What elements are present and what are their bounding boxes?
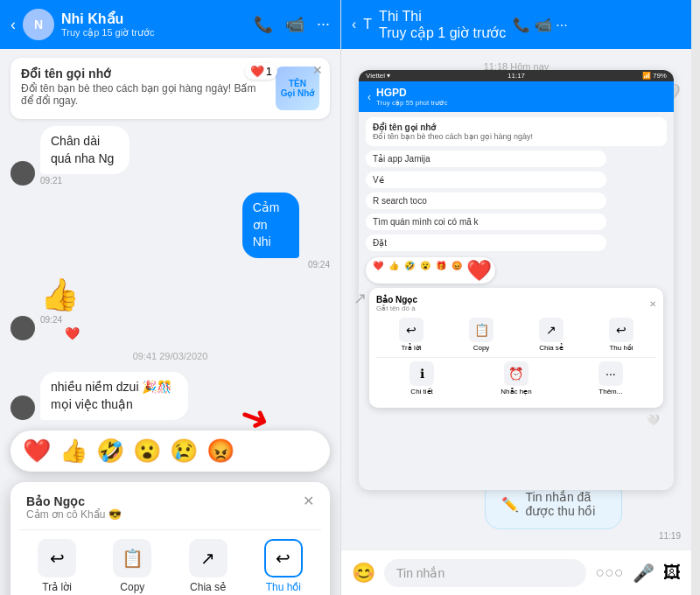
inner-detail-icon: ℹ xyxy=(410,361,434,386)
reply-action[interactable]: ↩ Trả lời xyxy=(29,539,85,593)
right-avatar: T xyxy=(363,17,372,32)
share-action[interactable]: ↗ Chia sẻ xyxy=(180,539,236,593)
message-row: 👍 09:24 ❤️ xyxy=(10,276,330,340)
inner-copy-icon: 📋 xyxy=(469,318,494,342)
reply-icon: ↩ xyxy=(38,539,76,578)
right-contact-name: Thi Thi xyxy=(379,9,506,24)
recall-action[interactable]: ↩ Thu hồi xyxy=(256,539,312,593)
message-time: 09:24 xyxy=(242,260,330,270)
call-icon[interactable]: 📞 xyxy=(254,15,273,34)
right-chat-header: ‹ T Thi Thi Truy cập 1 giờ trước 📞 📹 ··· xyxy=(341,0,691,49)
inner-notif-desc: Đổi tên bạn bè theo cách bạn gọi hàng ng… xyxy=(373,132,660,141)
inner-notif-title: Đổi tên gọi nhớ xyxy=(373,122,660,132)
inner-emoji-angry: 😡 xyxy=(452,261,462,280)
inner-emoji-laugh: 🤣 xyxy=(404,261,415,280)
reaction-number: 1 xyxy=(266,65,272,78)
msg-avatar xyxy=(10,316,35,340)
inner-cm-actions: ↩ Trả lời 📋 Copy ↗ Chia sẻ ↩ xyxy=(376,312,656,357)
message-input[interactable]: Tin nhắn xyxy=(384,559,586,587)
right-contact-info: Thi Thi Truy cập 1 giờ trước xyxy=(379,9,506,41)
share-label: Chia sẻ xyxy=(190,581,226,593)
contact-status: Truy cập 15 giờ trước xyxy=(61,27,247,38)
copy-label: Copy xyxy=(120,581,144,593)
notif-title: Đổi tên gọi nhớ xyxy=(21,66,267,80)
inner-share-action: ↗ Chia sẻ xyxy=(539,318,564,352)
notif-close-button[interactable]: ✕ xyxy=(312,63,323,77)
share-icon: ↗ xyxy=(189,539,228,578)
pencil-icon: ✏️ xyxy=(501,496,519,513)
msg-avatar xyxy=(10,396,35,420)
message-time: 09:21 xyxy=(40,176,177,186)
emoji-angry[interactable]: 😡 xyxy=(206,438,234,465)
inner-emoji-heart: ❤️ xyxy=(373,261,383,280)
voice-button[interactable]: 🎤 xyxy=(633,563,654,584)
recalled-text: Tin nhắn đã được thu hồi xyxy=(526,490,606,518)
right-back-button[interactable]: ‹ xyxy=(352,17,356,32)
right-call-icon[interactable]: 📞 xyxy=(513,18,530,32)
inner-cm-actions2: ℹ Chi tiết ⏰ Nhắc hẹn ··· Thêm... xyxy=(376,357,656,401)
right-phone-panel: ‹ T Thi Thi Truy cập 1 giờ trước 📞 📹 ···… xyxy=(341,0,691,595)
inner-cm-sub: Gắt tên đó à xyxy=(376,304,417,312)
recalled-time: 11:19 xyxy=(485,531,681,541)
context-menu-subtitle: Cảm ơn cô Khẩu 😎 xyxy=(26,508,314,521)
notif-desc: Đổi tên bạn bè theo cách bạn gọi hàng ng… xyxy=(21,82,267,107)
emoji-laughing[interactable]: 🤣 xyxy=(96,438,124,465)
context-menu-header: ✕ Bảo Ngọc Cảm ơn cô Khẩu 😎 xyxy=(19,494,321,530)
inner-reply-action: ↩ Trả lời xyxy=(399,318,424,352)
inner-more-action: ··· Thêm... xyxy=(598,361,623,396)
inner-copy-label: Copy xyxy=(473,344,490,352)
inner-contact: HGPD Truy cập 55 phút trước xyxy=(376,87,447,107)
copy-icon: 📋 xyxy=(113,539,151,578)
heart-emoji: ❤️ xyxy=(250,65,264,78)
right-more-icon[interactable]: ··· xyxy=(556,18,567,32)
video-icon[interactable]: 📹 xyxy=(285,15,304,34)
right-chat-input: 😊 Tin nhắn ○○○ 🎤 🖼 xyxy=(341,550,691,595)
inner-share-label: Chia sẻ xyxy=(539,344,564,352)
inner-reminder-action: ⏰ Nhắc hẹn xyxy=(500,361,531,396)
inner-screenshot: Viettel ▾ 11:17 📶 79% ‹ HGPD Truy cập 55… xyxy=(359,70,674,490)
inner-more-icon: ··· xyxy=(598,361,623,386)
copy-action[interactable]: 📋 Copy xyxy=(104,539,160,593)
notification-card: Đổi tên gọi nhớ Đổi tên bạn bè theo cách… xyxy=(10,58,330,119)
emoji-reaction-bar: ❤️ 👍 🤣 😮 😢 😡 xyxy=(10,430,330,472)
left-phone-panel: ‹ N Nhi Khẩu Truy cập 15 giờ trước 📞 📹 ·… xyxy=(0,0,341,595)
emoji-surprised[interactable]: 😮 xyxy=(133,438,161,465)
more-options-button[interactable]: ○○○ xyxy=(595,564,624,582)
inner-body: Đổi tên gọi nhớ Đổi tên bạn bè theo cách… xyxy=(359,112,674,433)
inner-heart-reaction: 🤍 xyxy=(366,412,667,428)
emoji-heart[interactable]: ❤️ xyxy=(23,438,51,465)
context-menu-close-button[interactable]: ✕ xyxy=(303,493,314,509)
more-icon[interactable]: ··· xyxy=(317,15,330,34)
message-row: Chân dài quá nha Ng 09:21 xyxy=(10,126,330,186)
inner-chat-header: ‹ HGPD Truy cập 55 phút trước xyxy=(359,81,674,112)
inner-reminder-icon: ⏰ xyxy=(504,361,528,386)
reaction-count: ❤️ 1 xyxy=(245,63,277,80)
image-button[interactable]: 🖼 xyxy=(663,563,681,583)
right-contact-status: Truy cập 1 giờ trước xyxy=(379,24,506,41)
emoji-thumbs-up[interactable]: 👍 xyxy=(60,438,88,465)
notif-text: Đổi tên gọi nhớ Đổi tên bạn bè theo cách… xyxy=(21,66,267,107)
message-row: nhiều niềm dzui 🎉🎊 mọi việc thuận xyxy=(10,372,330,420)
inner-recall-label: Thu hồi xyxy=(609,344,633,352)
avatar: N xyxy=(23,9,54,40)
emoji-button[interactable]: 😊 xyxy=(352,562,375,584)
inner-emoji-bar: ❤️ 👍 🤣 😮 🎁 😡 ❤️ xyxy=(366,257,495,284)
inner-reminder-label: Nhắc hẹn xyxy=(500,388,531,396)
inner-cm-close: ✕ xyxy=(649,299,656,309)
reply-label: Trả lời xyxy=(42,581,72,593)
right-video-icon[interactable]: 📹 xyxy=(535,18,552,32)
message-row: Cảm ơn Nhi 09:24 xyxy=(10,192,330,270)
date-divider: 09:41 29/03/2020 xyxy=(10,347,330,365)
input-placeholder: Tin nhắn xyxy=(396,566,444,580)
recall-icon: ↩ xyxy=(264,539,303,578)
back-button[interactable]: ‹ xyxy=(10,16,16,34)
inner-time: 11:17 xyxy=(508,72,525,80)
inner-message: Đặt xyxy=(366,234,606,251)
contact-info: Nhi Khẩu Truy cập 15 giờ trước xyxy=(61,10,247,38)
inner-battery: 📶 79% xyxy=(642,72,667,80)
inner-emoji-gift: 🎁 xyxy=(436,261,446,280)
inner-contact-status: Truy cập 55 phút trước xyxy=(376,99,447,107)
inner-detail-label: Chi tiết xyxy=(410,388,432,396)
emoji-crying[interactable]: 😢 xyxy=(170,438,198,465)
inner-recall-action: ↩ Thu hồi xyxy=(609,318,634,352)
